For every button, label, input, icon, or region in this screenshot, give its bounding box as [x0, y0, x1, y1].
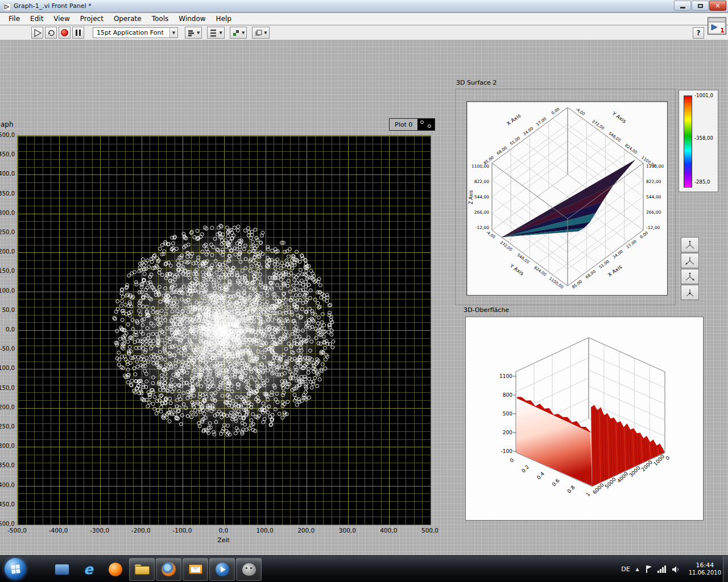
windows-explorer-icon[interactable] [129, 558, 155, 581]
x-tick-label: 300,0 [339, 527, 356, 534]
run-continuous-icon [47, 28, 56, 38]
y-tick-label: -100,0 [0, 365, 15, 372]
tick-label: 0 [508, 457, 515, 463]
menu-help[interactable]: Help [211, 14, 237, 24]
title-bar[interactable]: Graph-1_.vi Front Panel * × [0, 0, 728, 13]
tick-label: -100 [501, 448, 513, 454]
xy-y-axis-labels: 500,0450,0400,0350,0300,0250,0200,0150,0… [0, 131, 15, 529]
rotate-tool-button[interactable] [681, 253, 699, 268]
email-client-icon-art [189, 564, 202, 574]
menu-file[interactable]: File [3, 14, 25, 24]
tick-label: 0.2 [520, 464, 530, 473]
xy-x-axis-title: Zeit [17, 537, 430, 544]
tick-label: 0 [664, 455, 671, 461]
app-window-icon[interactable] [49, 558, 75, 581]
surface2-colorbar[interactable]: -1001,0 -358,00 -285,0 [679, 90, 718, 192]
windows-media-player-icon-art [216, 563, 229, 576]
plot-legend[interactable]: Plot 0 [389, 118, 435, 131]
align-objects-icon [187, 29, 195, 37]
firefox-icon[interactable] [156, 558, 181, 581]
x-tick-label: -400,0 [49, 527, 68, 534]
vi-icon-number: 1 [720, 27, 725, 34]
y-tick-label: 50,0 [2, 307, 15, 314]
xy-plot-area[interactable] [17, 135, 431, 525]
surface2-plot[interactable]: 1100,00822,00544,00266,00-12,001100,0082… [466, 101, 668, 296]
tick-label: 34,00 [522, 126, 534, 136]
taskbar-icons: e [49, 557, 263, 581]
xy-x-axis-labels: -500,0-400,0-300,0-200,0-100,00,0100,020… [0, 527, 449, 535]
surface2-title: 3D Surface 2 [456, 79, 497, 86]
oberflaeche-plot[interactable]: 1100800500200-10000.20.40.60.81010002000… [465, 317, 704, 521]
abort-button[interactable] [59, 27, 71, 39]
chevron-down-icon: ▼ [242, 31, 245, 35]
distribute-objects-button[interactable]: ▼ [207, 27, 224, 39]
legend-marker-sample [417, 119, 435, 130]
tick-label: 822,00 [646, 179, 661, 184]
internet-explorer-icon-art: e [84, 562, 93, 577]
toolbar: 15pt Application Font ▼ ▼ ▼ ▼ ▼ ? [0, 26, 728, 40]
show-desktop-button[interactable] [723, 556, 728, 582]
tick-label: 544,00 [474, 194, 489, 199]
run-button[interactable] [31, 27, 43, 39]
tray-expand-icon[interactable]: ▲ [636, 567, 639, 572]
windows-media-player-icon[interactable] [209, 558, 235, 581]
tick-label: 51,00 [598, 259, 610, 269]
tick-label: 17,00 [535, 117, 547, 127]
maximize-button[interactable] [692, 1, 709, 11]
tick-label: -4,00 [574, 107, 585, 117]
zoom-tool-button[interactable] [681, 269, 699, 284]
tick-label: 548,00 [516, 253, 531, 265]
gimp-icon-art [242, 563, 256, 576]
distribute-objects-icon [209, 29, 217, 37]
3d-axes-icon [684, 240, 696, 250]
menu-tools[interactable]: Tools [147, 14, 174, 24]
tick-label: 0.4 [536, 471, 545, 480]
run-continuous-button[interactable] [45, 27, 57, 39]
gimp-icon[interactable] [236, 558, 262, 581]
menu-window[interactable]: Window [173, 14, 210, 24]
menu-edit[interactable]: Edit [25, 14, 48, 24]
start-button[interactable] [5, 558, 26, 580]
y-tick-label: -250,0 [0, 423, 15, 430]
abort-icon [61, 29, 68, 36]
system-tray: DE ▲ 16:44 11.06.2010 [621, 556, 721, 582]
y-tick-label: 300,0 [0, 210, 15, 217]
volume-icon[interactable] [672, 566, 680, 573]
x-tick-label: -500,0 [7, 527, 27, 534]
clock[interactable]: 16:44 11.06.2010 [689, 562, 721, 576]
tick-label: 266,00 [646, 210, 661, 215]
pause-icon [75, 30, 82, 36]
network-icon[interactable] [657, 566, 667, 573]
tick-label: 548,00 [607, 131, 622, 143]
internet-explorer-icon[interactable]: e [76, 558, 101, 581]
action-center-flag-icon[interactable] [645, 565, 652, 573]
x-tick-label: -300,0 [90, 527, 109, 534]
help-button[interactable]: ? [693, 27, 704, 39]
x-tick-label: 0,0 [219, 527, 229, 534]
y-tick-label: -300,0 [0, 443, 15, 450]
windows-flag-icon [11, 564, 20, 573]
window-controls: × [673, 1, 726, 11]
language-indicator[interactable]: DE [621, 566, 630, 573]
menu-project[interactable]: Project [75, 14, 109, 24]
x-tick-label: -100,0 [172, 527, 192, 534]
reorder-button[interactable]: ▼ [252, 27, 269, 39]
reset-view-button[interactable] [681, 237, 699, 252]
y-tick-label: 500,0 [0, 132, 15, 139]
x-tick-label: 500,0 [421, 527, 439, 534]
menu-view[interactable]: View [48, 14, 75, 24]
close-button[interactable]: × [709, 1, 726, 11]
media-player-orange-icon[interactable] [102, 558, 128, 581]
align-objects-button[interactable]: ▼ [185, 27, 202, 39]
font-selector[interactable]: 15pt Application Font ▼ [93, 27, 178, 38]
vi-icon[interactable]: 1 [708, 17, 726, 35]
minimize-icon [680, 7, 685, 9]
y-tick-label: 100,0 [0, 288, 15, 294]
resize-objects-button[interactable]: ▼ [230, 27, 247, 39]
y-tick-label: 450,0 [0, 151, 15, 158]
pan-tool-button[interactable] [681, 285, 699, 300]
menu-operate[interactable]: Operate [109, 14, 147, 24]
pause-button[interactable] [72, 27, 84, 39]
email-client-icon[interactable] [183, 558, 208, 581]
minimize-button[interactable] [674, 1, 691, 11]
